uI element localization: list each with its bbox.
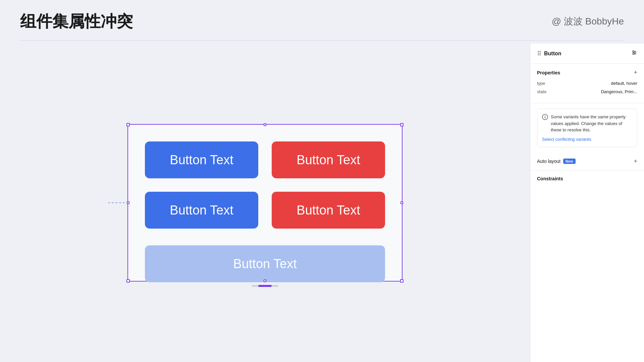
component-name: Button <box>544 51 561 57</box>
property-label-type: type <box>537 81 545 86</box>
dashed-line-left <box>108 202 125 203</box>
handle-bottom-right[interactable] <box>400 279 404 283</box>
svg-point-1 <box>633 51 634 52</box>
button-top-right[interactable]: Button Text <box>272 141 385 178</box>
panel-header: ⠿ Button <box>530 44 644 64</box>
buttons-top-grid: Button Text Button Text Button Text Butt… <box>128 125 402 245</box>
button-bottom-left[interactable]: Button Text <box>145 245 385 282</box>
properties-add-icon[interactable]: + <box>634 69 637 76</box>
buttons-bottom-row: Button Text <box>128 245 402 296</box>
constraints-section: Constraints <box>530 171 644 187</box>
svg-point-3 <box>634 52 636 53</box>
handle-top-center[interactable] <box>264 123 266 126</box>
auto-layout-add-icon[interactable]: + <box>634 158 637 165</box>
auto-layout-section: Auto layout New + <box>530 153 644 171</box>
scroll-thumb[interactable] <box>258 285 272 287</box>
page-title: 组件集属性冲突 <box>20 11 133 32</box>
handle-bottom-left[interactable] <box>126 279 130 283</box>
panel-header-left: ⠿ Button <box>537 50 561 57</box>
auto-layout-left: Auto layout New <box>537 159 576 164</box>
properties-section: Properties + type default, hover state D… <box>530 64 644 103</box>
property-row-state: state Dangerous, Prim... <box>537 89 637 94</box>
handle-bottom-center[interactable] <box>264 280 266 282</box>
right-panel: ⠿ Button Properties + type default, hove… <box>530 44 644 362</box>
scroll-track[interactable] <box>252 285 278 287</box>
handle-top-left[interactable] <box>126 123 130 126</box>
handle-mid-right[interactable] <box>400 201 403 204</box>
svg-point-5 <box>633 53 634 55</box>
handle-top-right[interactable] <box>400 123 404 126</box>
author-label: @ 波波 BobbyHe <box>552 15 624 28</box>
warning-icon <box>542 114 548 122</box>
button-mid-right[interactable]: Button Text <box>272 192 385 229</box>
new-badge: New <box>563 159 576 164</box>
property-label-state: state <box>537 89 546 94</box>
selection-frame[interactable]: Button Text Button Text Button Text Butt… <box>127 124 402 282</box>
property-value-type[interactable]: default, hover <box>611 81 637 86</box>
select-conflicting-link[interactable]: Select conflicting variants <box>542 137 591 142</box>
header: 组件集属性冲突 @ 波波 BobbyHe <box>0 0 644 32</box>
panel-settings-icon[interactable] <box>631 50 637 57</box>
header-divider <box>20 40 624 41</box>
property-row-type: type default, hover <box>537 81 637 86</box>
constraints-title: Constraints <box>537 176 563 181</box>
property-value-state[interactable]: Dangerous, Prim... <box>601 89 637 94</box>
auto-layout-label: Auto layout <box>537 159 560 164</box>
warning-box: Some variants have the same property val… <box>537 109 637 147</box>
warning-icon-row: Some variants have the same property val… <box>542 114 632 133</box>
properties-section-header: Properties + <box>537 69 637 76</box>
properties-title: Properties <box>537 70 560 75</box>
svg-point-8 <box>545 116 545 116</box>
button-top-left[interactable]: Button Text <box>145 141 258 178</box>
canvas-area: Button Text Button Text Button Text Butt… <box>0 44 530 362</box>
warning-text: Some variants have the same property val… <box>551 114 632 133</box>
button-mid-left[interactable]: Button Text <box>145 192 258 229</box>
component-icon: ⠿ <box>537 50 541 57</box>
handle-mid-left[interactable] <box>127 201 129 204</box>
